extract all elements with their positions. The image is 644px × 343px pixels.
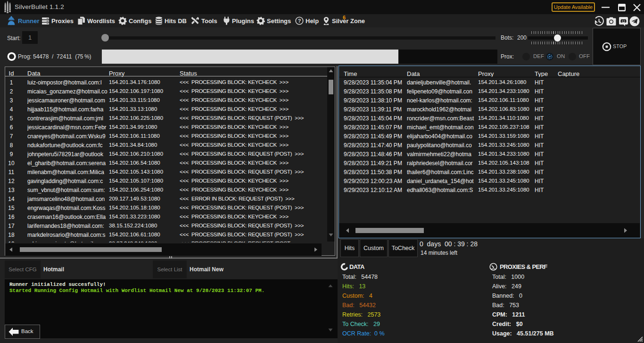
svg-text:?: ? (298, 18, 301, 24)
